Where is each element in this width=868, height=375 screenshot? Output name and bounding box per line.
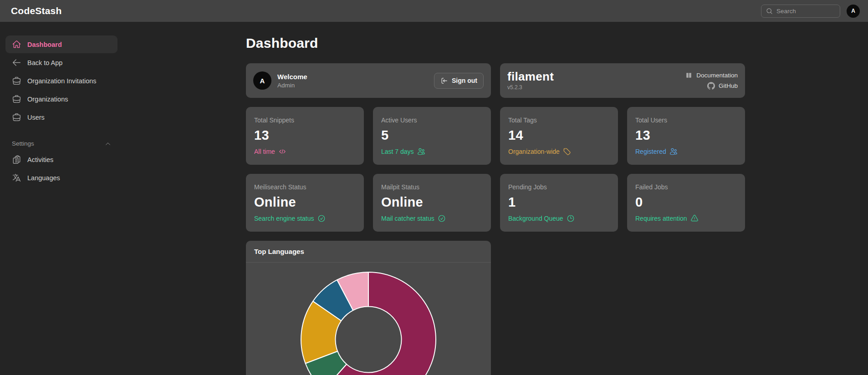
sidebar-item-label: Back to App	[27, 59, 62, 66]
top-languages-card: Top Languages	[246, 241, 491, 375]
stat-description: All time	[254, 147, 356, 156]
github-icon	[707, 82, 715, 90]
arrow-left-icon	[12, 58, 21, 67]
stat-card-failed-jobs: Failed Jobs0Requires attention	[627, 174, 745, 232]
sidebar-item-organizations[interactable]: Organizations	[5, 90, 117, 108]
book-icon	[685, 71, 693, 79]
topbar-right: A	[761, 5, 860, 18]
app-logo[interactable]: CodeStash	[11, 5, 62, 16]
chevron-up-icon	[105, 141, 111, 147]
stat-description-label: All time	[254, 148, 275, 155]
logout-icon	[440, 77, 448, 85]
sidebar: DashboardBack to AppOrganization Invitat…	[0, 22, 123, 375]
stat-description: Organization-wide	[508, 147, 610, 156]
sidebar-item-languages[interactable]: Languages	[5, 169, 117, 187]
stat-label: Total Users	[635, 117, 737, 124]
sidebar-item-label: Organizations	[27, 96, 68, 103]
welcome-title: Welcome	[277, 73, 307, 81]
page-layout: DashboardBack to AppOrganization Invitat…	[0, 22, 868, 375]
sign-out-button[interactable]: Sign out	[434, 73, 484, 89]
sidebar-item-label: Organization Invitations	[27, 77, 97, 85]
stat-value: 0	[635, 195, 737, 210]
chart-row: Top Languages	[246, 241, 745, 375]
stat-label: Mailpit Status	[381, 183, 483, 191]
search-field[interactable]	[776, 8, 835, 15]
code-icon	[278, 147, 286, 156]
topbar: CodeStash A	[0, 0, 868, 22]
github-label: GitHub	[719, 82, 738, 89]
sign-out-label: Sign out	[452, 77, 477, 84]
stat-value: 13	[254, 128, 356, 143]
language-icon	[12, 173, 21, 182]
stat-value: 5	[381, 128, 483, 143]
stat-label: Failed Jobs	[635, 183, 737, 191]
stat-value: Online	[254, 195, 356, 210]
sidebar-item-back-to-app[interactable]: Back to App	[5, 54, 117, 71]
filament-brand-block: filament v5.2.3	[507, 71, 554, 91]
stat-description-label: Last 7 days	[381, 148, 414, 155]
chart-title: Top Languages	[246, 241, 491, 263]
stat-label: Meilisearch Status	[254, 183, 356, 191]
page-title: Dashboard	[246, 35, 745, 51]
sidebar-group-settings[interactable]: Settings	[5, 140, 117, 147]
welcome-avatar: A	[253, 71, 271, 90]
stat-label: Total Snippets	[254, 117, 356, 124]
welcome-card: A Welcome Admin Sign out	[246, 63, 491, 98]
chart-body	[246, 263, 491, 375]
briefcase-icon	[12, 112, 21, 122]
github-link[interactable]: GitHub	[707, 82, 738, 90]
stats-row-1: Total Snippets13All timeActive Users5Las…	[246, 107, 745, 165]
user-avatar[interactable]: A	[847, 5, 860, 18]
search-input[interactable]	[761, 5, 840, 18]
clock-icon	[567, 214, 575, 223]
clipboard-list-icon	[12, 155, 21, 164]
stat-card-total-snippets: Total Snippets13All time	[246, 107, 364, 165]
filament-version: v5.2.3	[507, 84, 554, 91]
sidebar-nav: DashboardBack to AppOrganization Invitat…	[5, 35, 117, 187]
main-area: Dashboard A Welcome Admin Sign out	[123, 22, 868, 375]
stat-card-pending-jobs: Pending Jobs1Background Queue	[500, 174, 618, 232]
tag-icon	[563, 147, 571, 156]
filament-logo: filament	[507, 71, 554, 82]
stat-description: Mail catcher status	[381, 214, 483, 223]
stat-card-active-users: Active Users5Last 7 days	[373, 107, 491, 165]
stat-description: Search engine status	[254, 214, 356, 223]
stat-card-total-users: Total Users13Registered	[627, 107, 745, 165]
sidebar-item-organization-invitations[interactable]: Organization Invitations	[5, 72, 117, 90]
filament-links: Documentation GitHub	[685, 71, 738, 90]
stat-description-label: Background Queue	[508, 215, 563, 222]
users-icon	[669, 147, 678, 156]
documentation-link[interactable]: Documentation	[685, 71, 738, 79]
briefcase-icon	[12, 76, 21, 86]
stat-description: Requires attention	[635, 214, 737, 223]
sidebar-group-label: Settings	[12, 140, 34, 147]
sidebar-item-activities[interactable]: Activities	[5, 151, 117, 168]
sidebar-item-users[interactable]: Users	[5, 108, 117, 126]
warning-triangle-icon	[690, 214, 699, 223]
stat-description: Background Queue	[508, 214, 610, 223]
filament-card: filament v5.2.3 Documentation	[500, 63, 745, 98]
check-circle-icon	[317, 214, 326, 223]
stat-label: Pending Jobs	[508, 183, 610, 191]
stat-label: Active Users	[381, 117, 483, 124]
top-languages-donut-chart	[298, 269, 439, 375]
stat-description: Last 7 days	[381, 147, 483, 156]
stat-card-meilisearch-status: Meilisearch StatusOnlineSearch engine st…	[246, 174, 364, 232]
check-circle-icon	[438, 214, 446, 223]
sidebar-item-label: Activities	[27, 156, 53, 163]
stat-label: Total Tags	[508, 117, 610, 124]
stat-card-mailpit-status: Mailpit StatusOnlineMail catcher status	[373, 174, 491, 232]
briefcase-icon	[12, 94, 21, 104]
welcome-text: Welcome Admin	[277, 73, 307, 89]
stat-description-label: Requires attention	[635, 215, 687, 222]
stat-card-total-tags: Total Tags14Organization-wide	[500, 107, 618, 165]
stat-description-label: Mail catcher status	[381, 215, 434, 222]
content-column: Dashboard A Welcome Admin Sign out	[246, 22, 745, 375]
stat-value: Online	[381, 195, 483, 210]
top-cards-row: A Welcome Admin Sign out filament	[246, 63, 745, 98]
welcome-subtitle: Admin	[277, 82, 307, 89]
sidebar-item-dashboard[interactable]: Dashboard	[5, 35, 117, 53]
home-icon	[12, 40, 21, 49]
search-icon	[766, 8, 773, 15]
stat-value: 13	[635, 128, 737, 143]
